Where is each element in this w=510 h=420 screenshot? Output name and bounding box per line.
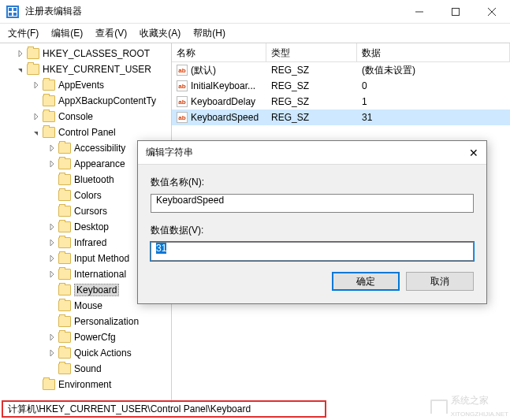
folder-icon: [43, 379, 55, 390]
status-path: 计算机\HKEY_CURRENT_USER\Control Panel\Keyb…: [8, 403, 251, 416]
folder-icon: [43, 111, 55, 122]
tree-item[interactable]: AppXBackupContentTy: [0, 93, 171, 109]
value-name-label: 数值名称(N):: [151, 176, 474, 189]
value-data: 0: [357, 80, 510, 91]
folder-icon: [58, 237, 71, 248]
menubar: 文件(F) 编辑(E) 查看(V) 收藏夹(A) 帮助(H): [0, 24, 510, 43]
list-row[interactable]: abInitialKeyboar... REG_SZ 0: [172, 78, 510, 94]
cancel-button[interactable]: 取消: [406, 272, 474, 291]
window-title: 注册表编辑器: [25, 5, 401, 18]
close-button[interactable]: [474, 0, 510, 24]
folder-icon: [58, 174, 71, 185]
folder-icon: [58, 284, 71, 295]
value-name: KeyboardDelay: [191, 96, 255, 107]
tree-item[interactable]: Console: [0, 109, 171, 125]
folder-icon: [27, 48, 39, 59]
tree-item-label: Mouse: [74, 300, 102, 311]
folder-icon: [58, 316, 71, 327]
folder-icon: [58, 269, 71, 280]
tree-item-label: International: [74, 269, 126, 280]
ok-button[interactable]: 确定: [332, 272, 400, 291]
tree-item-label: Cursors: [74, 206, 107, 217]
tree-item-label: Quick Actions: [74, 348, 132, 359]
dialog-body: 数值名称(N): KeyboardSpeed 数值数据(V): 31 确定 取消: [138, 165, 486, 303]
list-row[interactable]: ab(默认) REG_SZ (数值未设置): [172, 62, 510, 78]
dialog-titlebar[interactable]: 编辑字符串 ✕: [138, 141, 486, 165]
tree-item[interactable]: Sound: [0, 361, 171, 377]
tree-item-label: Appearance: [74, 158, 125, 169]
tree-item-label: Environment: [58, 379, 111, 390]
menu-edit[interactable]: 编辑(E): [45, 24, 89, 43]
edit-string-dialog: 编辑字符串 ✕ 数值名称(N): KeyboardSpeed 数值数据(V): …: [137, 140, 487, 304]
window-controls: [401, 0, 510, 24]
folder-icon: [58, 190, 71, 201]
folder-icon: [58, 253, 71, 264]
value-type: REG_SZ: [266, 80, 357, 91]
value-data-input[interactable]: 31: [151, 242, 474, 261]
tree-item-label: Input Method: [74, 253, 129, 264]
tree-item-label: Infrared: [74, 237, 106, 248]
menu-view[interactable]: 查看(V): [89, 24, 133, 43]
folder-icon: [58, 143, 71, 154]
folder-icon: [43, 95, 55, 106]
value-type: REG_SZ: [266, 65, 357, 76]
menu-favorites[interactable]: 收藏夹(A): [133, 24, 187, 43]
tree-item-label: Personalization: [74, 316, 139, 327]
value-data: (数值未设置): [357, 64, 510, 77]
string-value-icon: ab: [177, 80, 188, 91]
maximize-button[interactable]: [437, 0, 474, 24]
tree-item[interactable]: Quick Actions: [0, 345, 171, 361]
tree-item[interactable]: Control Panel: [0, 125, 171, 140]
folder-icon: [58, 363, 71, 374]
tree-item-label: Desktop: [74, 221, 109, 232]
menu-help[interactable]: 帮助(H): [187, 24, 232, 43]
string-value-icon: ab: [177, 96, 188, 107]
header-type[interactable]: 类型: [266, 43, 357, 61]
header-data[interactable]: 数据: [357, 43, 510, 61]
tree-item-label: AppXBackupContentTy: [58, 95, 156, 106]
dialog-buttons: 确定 取消: [151, 272, 474, 291]
value-name: KeyboardSpeed: [191, 112, 259, 123]
tree-item-label: Bluetooth: [74, 174, 114, 185]
folder-icon: [58, 221, 71, 232]
tree-item[interactable]: Personalization: [0, 314, 171, 329]
tree-item[interactable]: Environment: [0, 377, 171, 392]
value-name-input[interactable]: KeyboardSpeed: [151, 194, 474, 213]
svg-rect-1: [452, 8, 460, 15]
folder-icon: [58, 206, 71, 217]
tree-item-label: Colors: [74, 190, 102, 201]
string-value-icon: ab: [177, 112, 188, 123]
value-data-label: 数值数据(V):: [151, 224, 474, 237]
tree-item-label: HKEY_CURRENT_USER: [43, 64, 151, 75]
folder-icon: [43, 127, 55, 138]
value-type: REG_SZ: [266, 96, 357, 107]
list-header: 名称 类型 数据: [172, 43, 510, 62]
tree-item-label: Control Panel: [58, 127, 116, 138]
tree-item-label: Accessibility: [74, 143, 125, 154]
tree-item[interactable]: AppEvents: [0, 77, 171, 93]
folder-icon: [58, 348, 71, 359]
tree-item-label: Sound: [74, 363, 102, 374]
tree-item[interactable]: HKEY_CLASSES_ROOT: [0, 46, 171, 61]
folder-icon: [58, 158, 71, 169]
dialog-title: 编辑字符串: [146, 146, 455, 159]
string-value-icon: ab: [177, 65, 188, 76]
statusbar: 计算机\HKEY_CURRENT_USER\Control Panel\Keyb…: [2, 400, 326, 418]
value-name: (默认): [191, 64, 216, 77]
folder-icon: [43, 80, 55, 91]
tree-item-label: PowerCfg: [74, 332, 116, 343]
folder-icon: [58, 300, 71, 311]
list-row[interactable]: abKeyboardDelay REG_SZ 1: [172, 94, 510, 110]
list-row[interactable]: abKeyboardSpeed REG_SZ 31: [172, 110, 510, 125]
minimize-button[interactable]: [401, 0, 437, 24]
menu-file[interactable]: 文件(F): [2, 24, 45, 43]
tree-item[interactable]: PowerCfg: [0, 329, 171, 345]
header-name[interactable]: 名称: [172, 43, 266, 61]
tree-item-label: HKEY_CLASSES_ROOT: [43, 48, 150, 59]
value-type: REG_SZ: [266, 112, 357, 123]
value-data: 1: [357, 96, 510, 107]
tree-item-label: Console: [58, 111, 93, 122]
tree-item[interactable]: HKEY_CURRENT_USER: [0, 61, 171, 77]
dialog-close-button[interactable]: ✕: [455, 147, 478, 159]
folder-icon: [27, 64, 39, 75]
